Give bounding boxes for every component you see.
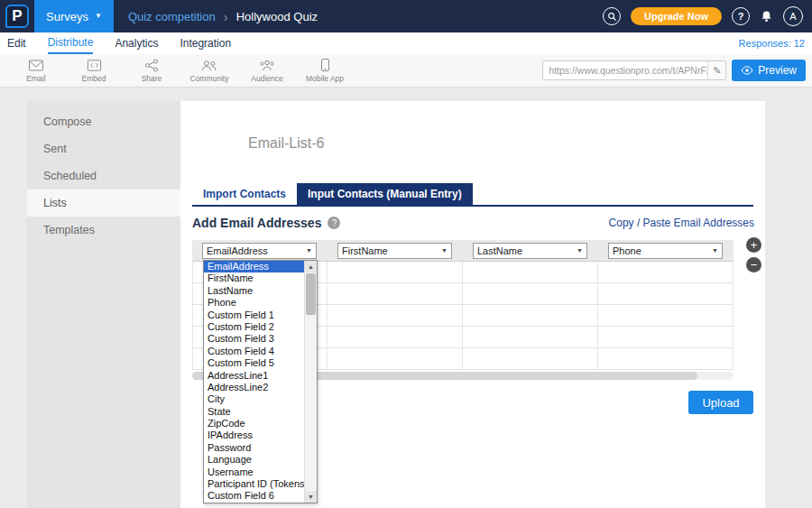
- toolbar-label: Embed: [82, 74, 106, 83]
- app-window: P Surveys ▼ Quiz competition › Hollywood…: [0, 0, 812, 508]
- toolbar-item-email[interactable]: Email: [7, 59, 65, 83]
- nav-item-integration[interactable]: Integration: [180, 32, 231, 54]
- chevron-down-icon: ▼: [438, 247, 451, 254]
- dropdown-option[interactable]: Language: [204, 454, 304, 466]
- email-icon: [28, 59, 44, 72]
- chevron-down-icon: ▼: [708, 247, 722, 254]
- scroll-up-icon[interactable]: ▲: [305, 261, 317, 272]
- copy-paste-link[interactable]: Copy / Paste Email Addresses: [609, 217, 754, 229]
- survey-url-text: https://www.questionpro.com/t/APNrFZ: [543, 65, 707, 76]
- toolbar-item-audience[interactable]: Audience: [238, 59, 296, 83]
- help-badge-icon[interactable]: ?: [328, 217, 340, 229]
- tab-input-contacts-manual[interactable]: Input Contacts (Manual Entry): [297, 183, 473, 205]
- entry-cell[interactable]: [463, 348, 598, 369]
- toolbar-item-mobile-app[interactable]: Mobile App: [296, 58, 354, 83]
- upload-button[interactable]: Upload: [688, 391, 753, 414]
- dropdown-option[interactable]: State: [204, 406, 304, 418]
- page-title: Email-List-6: [248, 135, 324, 152]
- user-avatar[interactable]: A: [783, 6, 803, 26]
- entry-cell[interactable]: [328, 262, 463, 282]
- dropdown-option[interactable]: Custom Field 1: [204, 309, 304, 321]
- dropdown-option[interactable]: City: [204, 393, 304, 405]
- toolbar-label: Share: [142, 74, 162, 83]
- sidebar-item-sent[interactable]: Sent: [27, 135, 180, 162]
- entry-cell[interactable]: [328, 348, 463, 369]
- survey-url-field[interactable]: https://www.questionpro.com/t/APNrFZ ✎: [542, 60, 726, 80]
- breadcrumb-parent[interactable]: Quiz competition: [128, 10, 216, 23]
- distribute-toolbar: Email Embed Share Community Audience: [0, 54, 812, 88]
- breadcrumb: Quiz competition › Hollywood Quiz: [128, 9, 318, 24]
- dropdown-option[interactable]: AddressLine2: [204, 382, 304, 393]
- section-title: Add Email Addresses: [192, 216, 321, 230]
- toolbar-item-community[interactable]: Community: [180, 59, 238, 83]
- entry-cell[interactable]: [598, 327, 734, 347]
- dropdown-option[interactable]: AddressLine1: [204, 370, 304, 382]
- preview-label: Preview: [758, 64, 797, 77]
- upgrade-now-button[interactable]: Upgrade Now: [631, 7, 722, 25]
- dropdown-option[interactable]: Username: [204, 466, 304, 478]
- column-dropdown: EmailAddress FirstName LastName Phone Cu…: [203, 260, 318, 503]
- entry-cell[interactable]: [328, 305, 463, 326]
- dropdown-scrollbar[interactable]: ▲ ▼: [304, 261, 317, 503]
- search-icon[interactable]: [603, 7, 621, 25]
- help-icon[interactable]: ?: [732, 7, 750, 25]
- tab-import-contacts[interactable]: Import Contacts: [192, 183, 297, 205]
- dropdown-option[interactable]: FirstName: [204, 272, 304, 284]
- entry-cell[interactable]: [598, 305, 734, 326]
- select-value: LastName: [474, 245, 573, 256]
- entry-cell[interactable]: [328, 283, 463, 304]
- toolbar-item-share[interactable]: Share: [123, 59, 180, 83]
- column-select-email[interactable]: EmailAddress ▼: [202, 243, 317, 259]
- sidebar-item-compose[interactable]: Compose: [27, 108, 180, 135]
- column-select-lastname[interactable]: LastName ▼: [473, 243, 587, 259]
- nav-item-distribute[interactable]: Distribute: [48, 32, 94, 54]
- nav-item-edit[interactable]: Edit: [7, 32, 26, 54]
- dropdown-options-list: EmailAddress FirstName LastName Phone Cu…: [204, 261, 304, 503]
- dropdown-option[interactable]: Custom Field 4: [204, 346, 304, 357]
- entry-cell[interactable]: [598, 262, 734, 282]
- nav-item-analytics[interactable]: Analytics: [115, 32, 158, 54]
- remove-row-button[interactable]: −: [746, 257, 761, 272]
- content-panel: Email-List-6 Import Contacts Input Conta…: [180, 101, 765, 508]
- dropdown-option[interactable]: Custom Field 3: [204, 333, 304, 345]
- chevron-down-icon: ▼: [302, 247, 316, 254]
- questionpro-logo[interactable]: P: [5, 5, 29, 28]
- entry-cell[interactable]: [328, 327, 463, 347]
- surveys-dropdown-button[interactable]: Surveys ▼: [34, 0, 114, 32]
- sidebar-item-scheduled[interactable]: Scheduled: [27, 162, 180, 189]
- section-header: Add Email Addresses ? Copy / Paste Email…: [192, 216, 754, 230]
- select-value: EmailAddress: [203, 245, 302, 256]
- dropdown-option[interactable]: Participant ID (Tokens): [204, 478, 304, 490]
- toolbar-item-embed[interactable]: Embed: [65, 59, 123, 83]
- table-header-row: EmailAddress ▼ FirstName ▼ LastName ▼: [192, 240, 734, 262]
- add-row-button[interactable]: +: [746, 237, 761, 253]
- dropdown-option[interactable]: LastName: [204, 285, 304, 297]
- entry-cell[interactable]: [463, 283, 598, 304]
- dropdown-option[interactable]: Custom Field 6: [204, 490, 304, 502]
- toolbar-label: Email: [26, 74, 45, 83]
- column-select-phone[interactable]: Phone ▼: [608, 243, 723, 259]
- responses-count[interactable]: Responses: 12: [739, 32, 805, 54]
- dropdown-option[interactable]: Custom Field 5: [204, 357, 304, 369]
- tab-underline: [192, 205, 753, 207]
- dropdown-option[interactable]: Password: [204, 442, 304, 454]
- sidebar-item-lists[interactable]: Lists: [27, 189, 180, 217]
- dropdown-option[interactable]: IPAddress: [204, 429, 304, 441]
- notifications-bell-icon[interactable]: [760, 9, 773, 23]
- dropdown-option[interactable]: ZipCode: [204, 418, 304, 429]
- dropdown-option[interactable]: Custom Field 2: [204, 321, 304, 333]
- preview-button[interactable]: Preview: [732, 60, 806, 81]
- entry-cell[interactable]: [463, 305, 598, 326]
- column-select-firstname[interactable]: FirstName ▼: [337, 243, 452, 259]
- dropdown-option[interactable]: Phone: [204, 297, 304, 309]
- dropdown-option[interactable]: EmailAddress: [204, 261, 304, 272]
- edit-url-icon[interactable]: ✎: [707, 61, 725, 79]
- dropdown-scrollbar-thumb[interactable]: [306, 273, 316, 315]
- toolbar-label: Audience: [251, 74, 282, 83]
- scroll-down-icon[interactable]: ▼: [305, 491, 317, 503]
- entry-cell[interactable]: [463, 327, 598, 347]
- entry-cell[interactable]: [598, 348, 734, 369]
- sidebar-item-templates[interactable]: Templates: [27, 217, 180, 244]
- entry-cell[interactable]: [598, 283, 734, 304]
- entry-cell[interactable]: [463, 262, 598, 282]
